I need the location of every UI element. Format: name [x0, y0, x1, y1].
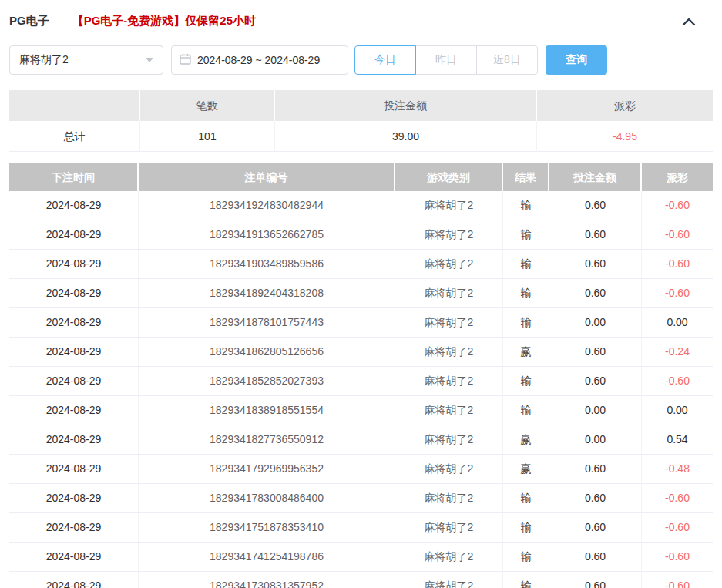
cell-bet-time: 2024-08-29	[9, 367, 139, 395]
table-row: 2024-08-29 1829341792969956352 麻将胡了2 赢 0…	[9, 455, 713, 484]
cell-bet-id: 1829341878101757443	[139, 308, 395, 337]
cell-result: 输	[503, 367, 549, 395]
cell-bet-time: 2024-08-29	[9, 572, 139, 588]
cell-result: 输	[503, 396, 549, 425]
cell-payout: -0.24	[642, 338, 713, 366]
table-header-bet-id: 注单编号	[139, 163, 395, 191]
notice-text: 【PG电子-免费游戏】仅保留25小时	[72, 14, 256, 29]
table-row: 2024-08-29 1829341878101757443 麻将胡了2 输 0…	[9, 308, 713, 338]
table-row: 2024-08-29 1829341924830482944 麻将胡了2 输 0…	[9, 191, 713, 220]
cell-result: 赢	[503, 455, 549, 483]
cell-bet-time: 2024-08-29	[9, 250, 139, 278]
search-button[interactable]: 查询	[546, 45, 607, 75]
summary-header-cell-blank	[9, 90, 140, 121]
summary-header-cell-bet-amount: 投注金额	[275, 90, 537, 121]
cell-game-type: 麻将胡了2	[395, 543, 503, 571]
date-range-input[interactable]: 2024-08-29 ~ 2024-08-29	[171, 45, 348, 75]
table-row: 2024-08-29 1829341741254198786 麻将胡了2 输 0…	[9, 543, 713, 572]
today-button[interactable]: 今日	[354, 45, 416, 75]
panel-header: PG电子 【PG电子-免费游戏】仅保留25小时	[9, 0, 713, 29]
collapse-button[interactable]	[682, 17, 696, 26]
bet-records-panel: PG电子 【PG电子-免费游戏】仅保留25小时 麻将胡了2 2024-08-29…	[0, 0, 722, 588]
cell-bet-amount: 0.00	[549, 308, 642, 337]
cell-result: 赢	[503, 425, 549, 454]
cell-game-type: 麻将胡了2	[395, 396, 503, 425]
calendar-icon	[180, 53, 191, 67]
cell-result: 输	[503, 220, 549, 249]
cell-payout: -0.60	[642, 220, 713, 249]
summary-header-cell-payout: 派彩	[537, 90, 713, 121]
cell-bet-amount: 0.60	[549, 543, 642, 571]
last8days-button[interactable]: 近8日	[476, 45, 538, 75]
cell-bet-time: 2024-08-29	[9, 338, 139, 366]
cell-game-type: 麻将胡了2	[395, 220, 503, 249]
quick-date-buttons: 今日 昨日 近8日	[354, 45, 538, 75]
cell-bet-amount: 0.60	[549, 484, 642, 512]
summary-table: 笔数 投注金额 派彩 总计 101 39.00 -4.95	[9, 90, 713, 152]
summary-bet-amount: 39.00	[275, 121, 537, 152]
cell-bet-amount: 0.60	[549, 572, 642, 588]
cell-bet-time: 2024-08-29	[9, 484, 139, 512]
summary-header-cell-count: 笔数	[140, 90, 275, 121]
cell-bet-id: 1829341913652662785	[139, 220, 395, 249]
cell-game-type: 麻将胡了2	[395, 484, 503, 512]
panel-title: PG电子	[9, 14, 49, 29]
table-header-bet-amount: 投注金额	[549, 163, 642, 191]
table-row: 2024-08-29 1829341913652662785 麻将胡了2 输 0…	[9, 220, 713, 250]
cell-payout: -0.60	[642, 367, 713, 395]
cell-bet-id: 1829341741254198786	[139, 543, 395, 571]
cell-bet-amount: 0.60	[549, 367, 642, 395]
yesterday-button[interactable]: 昨日	[415, 45, 477, 75]
cell-game-type: 麻将胡了2	[395, 572, 503, 588]
cell-bet-id: 1829341827736550912	[139, 425, 395, 454]
table-header-bet-time: 下注时间	[9, 163, 139, 191]
game-select-value: 麻将胡了2	[19, 53, 69, 67]
cell-bet-time: 2024-08-29	[9, 455, 139, 483]
cell-payout: 0.00	[642, 396, 713, 425]
cell-game-type: 麻将胡了2	[395, 308, 503, 337]
cell-bet-id: 1829341862805126656	[139, 338, 395, 366]
cell-result: 输	[503, 191, 549, 220]
cell-bet-time: 2024-08-29	[9, 279, 139, 307]
bet-table: 下注时间 注单编号 游戏类别 结果 投注金额 派彩 2024-08-29 182…	[9, 163, 713, 588]
cell-game-type: 麻将胡了2	[395, 455, 503, 483]
cell-bet-amount: 0.60	[549, 338, 642, 366]
table-row: 2024-08-29 1829341730831357952 麻将胡了2 输 0…	[9, 572, 713, 588]
game-select[interactable]: 麻将胡了2	[9, 45, 163, 75]
table-row: 2024-08-29 1829341903489859586 麻将胡了2 输 0…	[9, 250, 713, 279]
cell-bet-amount: 0.60	[549, 513, 642, 542]
table-header-result: 结果	[503, 163, 549, 191]
cell-payout: 0.00	[642, 308, 713, 337]
bet-table-body: 2024-08-29 1829341924830482944 麻将胡了2 输 0…	[9, 191, 713, 588]
cell-game-type: 麻将胡了2	[395, 513, 503, 542]
cell-result: 输	[503, 308, 549, 337]
table-row: 2024-08-29 1829341783008486400 麻将胡了2 输 0…	[9, 484, 713, 513]
table-row: 2024-08-29 1829341892404318208 麻将胡了2 输 0…	[9, 279, 713, 308]
cell-bet-time: 2024-08-29	[9, 191, 139, 220]
cell-payout: -0.60	[642, 543, 713, 571]
cell-payout: 0.54	[642, 425, 713, 454]
date-range-value: 2024-08-29 ~ 2024-08-29	[197, 54, 320, 66]
cell-payout: -0.60	[642, 484, 713, 512]
cell-result: 输	[503, 279, 549, 307]
cell-result: 输	[503, 484, 549, 512]
cell-bet-amount: 0.00	[549, 396, 642, 425]
cell-bet-amount: 0.60	[549, 279, 642, 307]
table-row: 2024-08-29 1829341827736550912 麻将胡了2 赢 0…	[9, 425, 713, 455]
cell-game-type: 麻将胡了2	[395, 425, 503, 454]
table-row: 2024-08-29 1829341852852027393 麻将胡了2 输 0…	[9, 367, 713, 396]
cell-payout: -0.60	[642, 513, 713, 542]
cell-result: 输	[503, 543, 549, 571]
bet-table-header-row: 下注时间 注单编号 游戏类别 结果 投注金额 派彩	[9, 163, 713, 191]
table-header-payout: 派彩	[642, 163, 713, 191]
summary-header-row: 笔数 投注金额 派彩	[9, 90, 713, 121]
table-row: 2024-08-29 1829341751878353410 麻将胡了2 输 0…	[9, 513, 713, 543]
cell-game-type: 麻将胡了2	[395, 191, 503, 220]
cell-result: 输	[503, 250, 549, 278]
summary-count: 101	[140, 121, 275, 152]
cell-payout: -0.48	[642, 455, 713, 483]
cell-game-type: 麻将胡了2	[395, 338, 503, 366]
cell-bet-time: 2024-08-29	[9, 425, 139, 454]
cell-game-type: 麻将胡了2	[395, 250, 503, 278]
cell-result: 输	[503, 572, 549, 588]
